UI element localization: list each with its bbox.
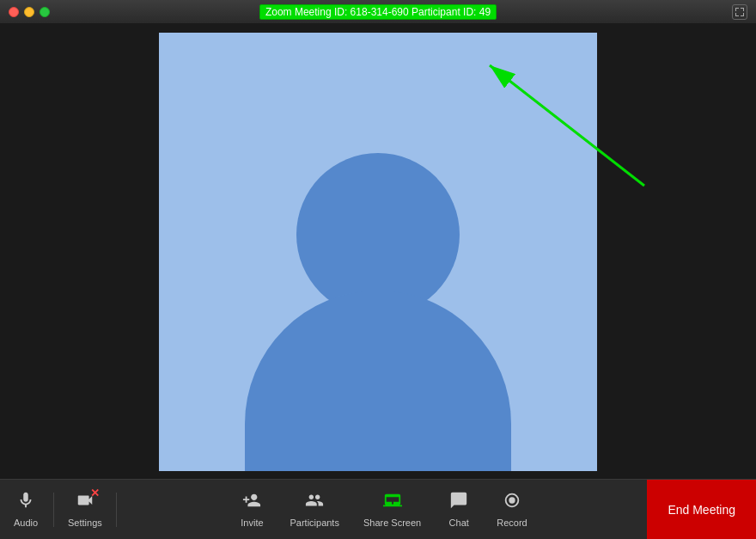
share-screen-label: Share Screen xyxy=(363,518,421,528)
settings-button[interactable]: ✕ Settings xyxy=(56,486,114,533)
maximize-button[interactable] xyxy=(40,7,50,17)
invite-icon xyxy=(242,491,261,514)
record-icon xyxy=(503,491,521,514)
audio-button[interactable]: Audio xyxy=(0,486,52,533)
main-content xyxy=(0,24,756,479)
video-mute-icon: ✕ xyxy=(76,491,94,514)
title-bar: Zoom Meeting ID: 618-314-690 Participant… xyxy=(0,0,756,24)
audio-label: Audio xyxy=(14,518,38,528)
end-meeting-button[interactable]: End Meeting xyxy=(647,480,756,540)
avatar-container xyxy=(159,33,597,471)
invite-button[interactable]: Invite xyxy=(226,486,277,533)
share-screen-button[interactable]: Share Screen xyxy=(351,486,433,533)
settings-label: Settings xyxy=(68,518,102,528)
minimize-button[interactable] xyxy=(24,7,34,17)
chat-icon xyxy=(449,491,468,514)
close-button[interactable] xyxy=(9,7,19,17)
divider-1 xyxy=(53,493,54,527)
participants-label: Participants xyxy=(290,518,338,528)
toolbar: Audio ✕ Settings Invite xyxy=(0,479,756,539)
svg-point-3 xyxy=(509,497,515,503)
traffic-lights xyxy=(9,7,50,17)
record-label: Record xyxy=(497,518,527,528)
chat-label: Chat xyxy=(449,518,469,528)
fullscreen-button[interactable] xyxy=(732,4,747,20)
participants-button[interactable]: Participants xyxy=(277,486,351,533)
divider-2 xyxy=(116,493,117,527)
meeting-info: Zoom Meeting ID: 618-314-690 Participant… xyxy=(259,4,497,20)
toolbar-left: Audio ✕ Settings xyxy=(0,486,119,533)
microphone-icon xyxy=(16,491,35,514)
record-button[interactable]: Record xyxy=(485,486,539,533)
chat-button[interactable]: Chat xyxy=(433,486,485,533)
toolbar-center: Invite Participants Share Screen xyxy=(119,486,648,533)
person-body xyxy=(245,291,511,471)
share-screen-icon xyxy=(383,491,402,514)
invite-label: Invite xyxy=(241,518,263,528)
participants-icon xyxy=(305,491,324,514)
